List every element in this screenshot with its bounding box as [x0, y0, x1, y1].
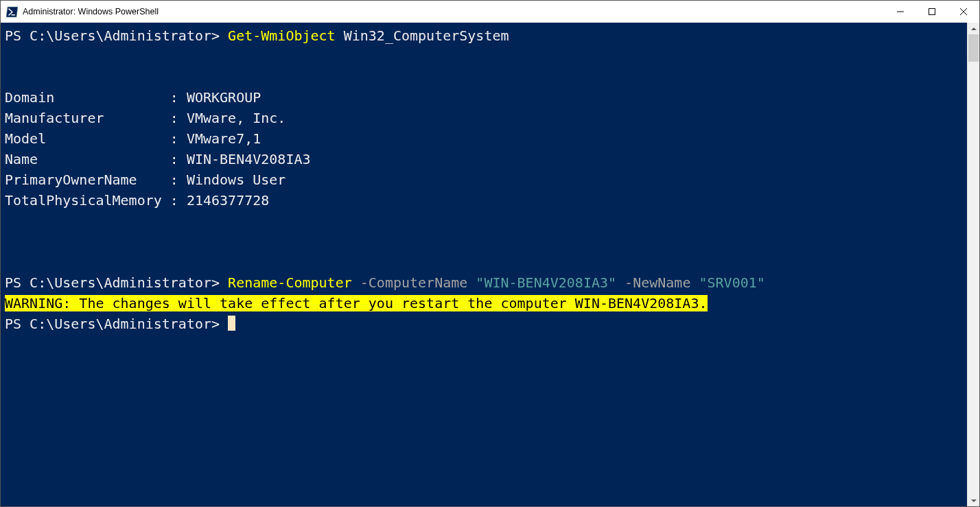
- maximize-button[interactable]: [916, 1, 948, 23]
- scroll-up-button[interactable]: [968, 23, 979, 34]
- window-title: Administrator: Windows PowerShell: [23, 7, 159, 16]
- wmi-memory-line: TotalPhysicalMemory : 2146377728: [5, 192, 269, 209]
- powershell-window: Administrator: Windows PowerShell PS C:\…: [0, 0, 980, 507]
- param-computername: -ComputerName: [352, 274, 476, 291]
- warning-line: WARNING: The changes will take effect af…: [5, 295, 708, 311]
- svg-rect-3: [929, 9, 935, 15]
- command-rename-computer: Rename-Computer: [228, 274, 352, 291]
- value-computername: "WIN-BEN4V208IA3": [476, 274, 616, 291]
- close-button[interactable]: [948, 1, 979, 23]
- wmi-manufacturer-line: Manufacturer : VMware, Inc.: [5, 110, 285, 126]
- wmi-name-line: Name : WIN-BEN4V208IA3: [5, 151, 311, 167]
- minimize-button[interactable]: [885, 1, 916, 23]
- cursor: [228, 316, 235, 331]
- chevron-up-icon: [971, 27, 977, 30]
- value-newname: "SRV001": [699, 274, 765, 291]
- scroll-down-button[interactable]: [968, 495, 979, 506]
- chevron-down-icon: [971, 499, 977, 502]
- vertical-scrollbar[interactable]: [967, 23, 979, 506]
- command-arg: Win32_ComputerSystem: [344, 27, 509, 44]
- scroll-thumb[interactable]: [968, 34, 979, 62]
- wmi-model-line: Model : VMware7,1: [5, 130, 261, 147]
- wmi-domain-line: Domain : WORKGROUP: [5, 89, 261, 106]
- prompt: PS C:\Users\Administrator>: [5, 316, 228, 332]
- content-row: PS C:\Users\Administrator> Get-WmiObject…: [1, 23, 979, 506]
- wmi-owner-line: PrimaryOwnerName : Windows User: [5, 172, 285, 188]
- powershell-icon: [5, 5, 18, 18]
- command-get-wmiobject: Get-WmiObject: [228, 27, 336, 44]
- titlebar[interactable]: Administrator: Windows PowerShell: [1, 1, 979, 23]
- terminal-area[interactable]: PS C:\Users\Administrator> Get-WmiObject…: [1, 23, 967, 506]
- param-newname: -NewName: [616, 274, 699, 291]
- prompt: PS C:\Users\Administrator>: [5, 27, 228, 44]
- prompt: PS C:\Users\Administrator>: [5, 274, 228, 291]
